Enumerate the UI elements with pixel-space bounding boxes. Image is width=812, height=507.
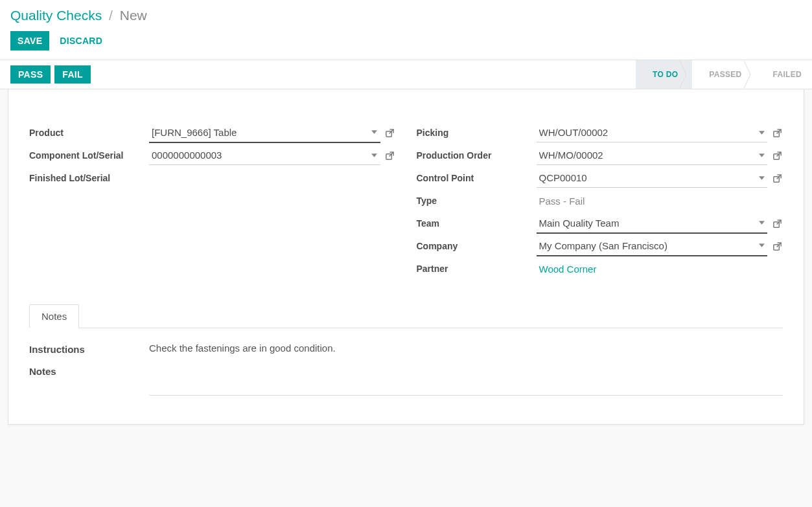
- picking-input[interactable]: [537, 123, 756, 142]
- external-link-icon[interactable]: [771, 128, 783, 138]
- tab-notes[interactable]: Notes: [29, 304, 79, 328]
- chevron-down-icon[interactable]: [756, 153, 767, 157]
- form-right-column: Picking Production Order: [417, 122, 783, 280]
- form-left-column: Product Component Lot/Serial: [29, 122, 396, 280]
- chevron-down-icon[interactable]: [756, 176, 767, 180]
- production-order-input[interactable]: [537, 146, 756, 164]
- finished-lot-value: [149, 175, 154, 181]
- pass-button[interactable]: PASS: [10, 65, 51, 84]
- form-toolbar: SAVE DISCARD: [0, 28, 812, 60]
- partner-label: Partner: [417, 261, 537, 276]
- status-bar: PASS FAIL TO DO PASSED FAILED: [0, 60, 812, 89]
- external-link-icon[interactable]: [771, 174, 783, 183]
- team-input[interactable]: [537, 214, 756, 232]
- notes-label: Notes: [29, 365, 149, 377]
- chevron-down-icon[interactable]: [756, 243, 767, 247]
- control-point-label: Control Point: [417, 170, 537, 186]
- breadcrumb-separator: /: [109, 8, 113, 23]
- component-lot-field[interactable]: [149, 146, 380, 165]
- picking-field[interactable]: [537, 123, 768, 142]
- product-label: Product: [29, 125, 149, 141]
- external-link-icon[interactable]: [771, 242, 783, 251]
- breadcrumb-root[interactable]: Quality Checks: [10, 8, 102, 23]
- production-order-label: Production Order: [417, 148, 537, 163]
- component-lot-input[interactable]: [149, 146, 369, 164]
- chevron-down-icon[interactable]: [369, 130, 380, 134]
- company-input[interactable]: [537, 236, 756, 255]
- status-stages: TO DO PASSED FAILED: [636, 60, 812, 89]
- save-button[interactable]: SAVE: [10, 31, 49, 51]
- product-input[interactable]: [149, 123, 369, 142]
- external-link-icon[interactable]: [384, 128, 396, 138]
- type-value: Pass - Fail: [537, 192, 588, 210]
- company-label: Company: [417, 238, 537, 254]
- picking-label: Picking: [417, 125, 537, 141]
- stage-todo[interactable]: TO DO: [636, 60, 692, 89]
- form-sheet: Product Component Lot/Serial: [8, 89, 804, 425]
- external-link-icon[interactable]: [771, 151, 783, 161]
- team-label: Team: [417, 216, 537, 231]
- type-label: Type: [417, 193, 537, 208]
- discard-button[interactable]: DISCARD: [60, 31, 102, 51]
- chevron-down-icon[interactable]: [369, 153, 380, 157]
- breadcrumb-current: New: [120, 8, 147, 23]
- external-link-icon[interactable]: [771, 219, 783, 229]
- instructions-value: Check the fastenings are in good conditi…: [149, 343, 783, 354]
- partner-link[interactable]: Wood Corner: [537, 260, 599, 278]
- product-field[interactable]: [149, 123, 380, 143]
- company-field[interactable]: [537, 236, 768, 256]
- instructions-label: Instructions: [29, 343, 149, 355]
- tab-pane-notes: Instructions Check the fastenings are in…: [29, 328, 783, 405]
- chevron-down-icon[interactable]: [756, 131, 767, 135]
- finished-lot-label: Finished Lot/Serial: [29, 170, 149, 186]
- tabs: Notes: [29, 304, 783, 328]
- fail-button[interactable]: FAIL: [54, 65, 91, 84]
- component-lot-label: Component Lot/Serial: [29, 148, 149, 163]
- chevron-down-icon[interactable]: [756, 221, 767, 225]
- stage-failed[interactable]: FAILED: [756, 60, 812, 89]
- control-point-input[interactable]: [537, 168, 756, 187]
- production-order-field[interactable]: [537, 146, 768, 165]
- stage-passed[interactable]: PASSED: [692, 60, 756, 89]
- external-link-icon[interactable]: [384, 151, 396, 161]
- control-point-field[interactable]: [537, 168, 768, 188]
- team-field[interactable]: [537, 214, 768, 234]
- breadcrumb: Quality Checks / New: [0, 0, 812, 28]
- notes-editor[interactable]: [149, 365, 783, 396]
